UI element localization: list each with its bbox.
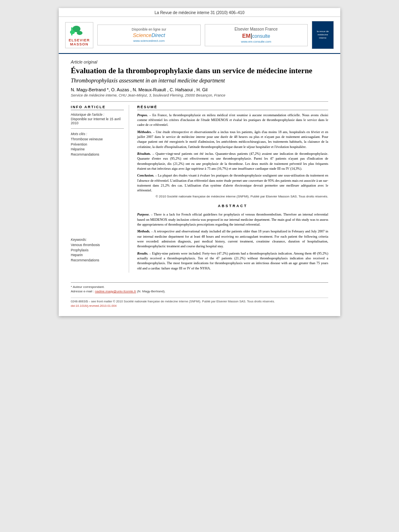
- email-label: Adresse e-mail :: [71, 290, 94, 293]
- email-link[interactable]: nadine.magy@univ-fcomte.fr: [95, 290, 136, 293]
- footer-bottom: 0248-8663/$ – see front matter © 2010 So…: [71, 298, 328, 308]
- left-divider: [71, 128, 124, 129]
- authors: N. Magy-Bertrand *, O. Auzas , N. Meaux-…: [71, 87, 328, 92]
- keyword-en-2: Prophylaxis: [71, 248, 124, 253]
- abstract-purpose-label: Purpose.: [137, 212, 150, 216]
- resume-resultats: Résultats. – Quatre-vingt-neuf patients …: [137, 151, 328, 171]
- svg-point-2: [70, 30, 75, 34]
- em-brand-text: Elsevier Masson France: [208, 27, 304, 31]
- two-column-layout: INFO ARTICLE Historique de l'article : D…: [71, 105, 328, 273]
- info-article-header: INFO ARTICLE: [71, 105, 124, 110]
- resume-conclusion-label: Conclusion.: [137, 173, 154, 177]
- abstract-methods-label: Methods.: [137, 229, 150, 233]
- divider-1: [71, 101, 328, 102]
- resume-methodes-label: Méthodes.: [137, 130, 152, 134]
- svg-point-3: [77, 31, 82, 35]
- publisher-header: ELSEVIER MASSON Disponible en ligne sur …: [59, 17, 340, 54]
- sd-url[interactable]: www.sciencedirect.com: [101, 39, 197, 43]
- resume-resultats-text: – Quatre-vingt-neuf patients ont été inc…: [137, 152, 328, 170]
- resume-resultats-label: Résultats.: [137, 152, 151, 156]
- keyword-en-3: Heparin: [71, 253, 124, 258]
- elsevier-text: ELSEVIER: [67, 38, 91, 42]
- keyword-en-1: Venous thrombosis: [71, 242, 124, 248]
- keyword-fr-1: Thrombose veineuse: [71, 137, 124, 142]
- keywords-en-label: Keywords:: [71, 238, 124, 242]
- abstract-purpose-text: – There is a lack for French official gu…: [137, 212, 328, 226]
- sd-available-text: Disponible en ligne sur: [101, 27, 197, 31]
- sciencedirect-logo: ScienceDirect: [101, 32, 197, 38]
- resume-conclusion-text: – La plupart des études visant à évaluer…: [137, 173, 328, 192]
- emconsulte-logo: EM|consulte: [208, 33, 304, 39]
- footer-section: * Auteur correspondant. Adresse e-mail :…: [71, 282, 328, 294]
- footnote-asterisk: * Auteur correspondant.: [71, 285, 328, 289]
- historique-label: Historique de l'article :: [71, 113, 124, 117]
- journal-title: La Revue de médecine interne 31 (2010) 4…: [154, 10, 245, 15]
- affiliation: Service de médecine interne, CHU Jean-Mi…: [71, 93, 328, 97]
- elsevier-logo: ELSEVIER MASSON: [65, 22, 93, 48]
- em-url[interactable]: www.em-consulte.com: [208, 40, 304, 43]
- mots-cles-label: Mots clés :: [71, 132, 124, 136]
- resume-conclusion: Conclusion. – La plupart des études visa…: [137, 173, 328, 193]
- left-column: INFO ARTICLE Historique de l'article : D…: [71, 105, 129, 273]
- journal-thumbnail: la revue de médecine interne: [312, 21, 334, 49]
- keyword-fr-4: Recommandations: [71, 152, 124, 157]
- footnote-email: Adresse e-mail : nadine.magy@univ-fcomte…: [71, 289, 328, 294]
- journal-thumb-text: la revue de médecine interne: [317, 30, 329, 39]
- keyword-en-4: Recommendations: [71, 258, 124, 263]
- keyword-fr-3: Héparine: [71, 147, 124, 152]
- footer-copyright: 0248-8663/$ – see front matter © 2010 So…: [71, 300, 328, 304]
- keyword-fr-2: Prévention: [71, 142, 124, 147]
- article-title-english: Thromboprophylaxis assessment in an inte…: [71, 78, 328, 84]
- masson-text: MASSON: [67, 42, 91, 46]
- right-column: RÉSUMÉ Propos. – En France, la thrombopr…: [137, 105, 328, 273]
- resume-copyright: © 2010 Société nationale française de mé…: [137, 195, 328, 198]
- historique-value: Disponible sur Internet le 15 avril 2010: [71, 117, 124, 125]
- resume-methodes: Méthodes. – Une étude rétrospective et o…: [137, 129, 328, 149]
- article-type: Article original: [71, 60, 328, 64]
- resume-methodes-text: – Une étude rétrospective et observation…: [137, 130, 328, 149]
- journal-header: La Revue de médecine interne 31 (2010) 4…: [59, 8, 340, 17]
- abstract-methods: Methods. – A retrospective and observati…: [137, 229, 328, 249]
- resume-header: RÉSUMÉ: [137, 105, 328, 110]
- resume-propos-label: Propos.: [137, 113, 148, 117]
- abstract-results: Results. – Eighty-nine patients were inc…: [137, 251, 328, 271]
- resume-propos-text: – En France, la thromboprophylaxie en mi…: [137, 113, 328, 127]
- doi-link[interactable]: doi:10.1016/j.revmed.2010.01.004: [71, 304, 117, 308]
- abstract-section: ABSTRACT Purpose. – There is a lack for …: [137, 204, 328, 270]
- abstract-results-label: Results.: [137, 251, 148, 255]
- asterisk-label: * Auteur correspondant.: [71, 285, 105, 289]
- footer-doi: doi:10.1016/j.revmed.2010.01.004: [71, 304, 328, 308]
- emconsulte-box: Elsevier Masson France EM|consulte www.e…: [205, 24, 308, 46]
- article-title-french: Évaluation de la thromboprophylaxie dans…: [71, 66, 328, 76]
- main-content: Article original Évaluation de la thromb…: [59, 54, 340, 316]
- abstract-results-text: – Eighty-nine patients were included. Fo…: [137, 251, 328, 270]
- abstract-methods-text: – A retrospective and observational stud…: [137, 229, 328, 248]
- abstract-purpose: Purpose. – There is a lack for French of…: [137, 212, 328, 227]
- email-author: (N. Magy-Bertrand).: [137, 290, 166, 293]
- resume-propos: Propos. – En France, la thromboprophylax…: [137, 113, 328, 127]
- sciencedirect-box: Disponible en ligne sur ScienceDirect ww…: [97, 25, 201, 45]
- abstract-header: ABSTRACT: [137, 204, 328, 209]
